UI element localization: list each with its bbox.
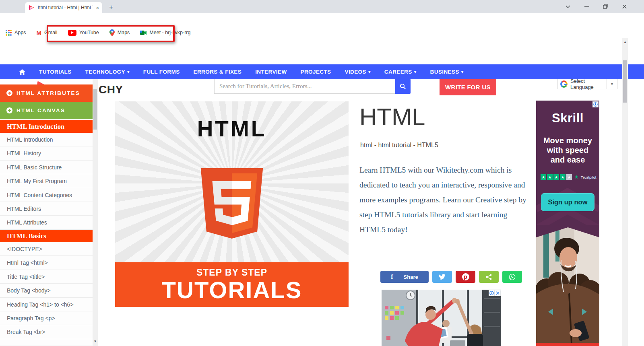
nav-interview[interactable]: INTERVIEW (248, 64, 293, 79)
trustpilot-star-icon: ★ (560, 174, 566, 180)
window-close-icon[interactable] (618, 2, 630, 11)
chevron-down-icon: ▾ (414, 64, 417, 79)
pinterest-icon: p (462, 273, 469, 280)
sidebar-item[interactable]: HTML Editors (0, 202, 93, 216)
nav-label: PROJECTS (301, 64, 331, 79)
share-nodes-icon (486, 274, 492, 280)
nav-label: VIDEOS (345, 64, 366, 79)
svg-text:W: W (30, 6, 33, 10)
trustpilot-rating: ★ ★ ★ ★ ★ ★ Trustpilot (541, 174, 596, 180)
gmail-icon: M (37, 29, 42, 36)
chevron-down-icon: ▾ (127, 64, 130, 79)
google-translate-icon (560, 80, 568, 88)
ad-info-icon[interactable] (489, 290, 495, 296)
nav-home[interactable] (12, 69, 32, 75)
office-highfive-ad-image (382, 290, 501, 346)
sidebar-scrollbar-thumb[interactable] (93, 89, 97, 130)
apps-grid-icon (6, 30, 12, 36)
sidebar-item[interactable]: HTML My First Program (0, 174, 93, 188)
sidebar-item[interactable]: Paragraph Tag <p> (0, 311, 93, 325)
language-caret-icon[interactable]: ▼ (607, 79, 617, 89)
bookmark-label: YouTube (79, 30, 99, 35)
page-scrollbar-thumb[interactable] (623, 60, 627, 103)
nav-label: TECHNOLOGY (85, 64, 125, 79)
nav-label: TUTORIALS (39, 64, 72, 79)
browser-toolbar: ← → wikitechy.com/step-by-step-html-tuto… (0, 13, 644, 27)
sidebar-item[interactable]: Break Tag <br> (0, 325, 93, 339)
sidebar-scroll-down-icon[interactable]: ▼ (93, 338, 98, 345)
page-scroll-up-icon[interactable]: ▲ (622, 39, 628, 45)
main-navigation: TUTORIALS TECHNOLOGY▾ FULL FORMS ERRORS … (0, 64, 644, 79)
nav-technology[interactable]: TECHNOLOGY▾ (78, 64, 136, 79)
trustpilot-star-icon: ★ (566, 174, 572, 180)
language-label: Select Language (570, 78, 607, 90)
bookmark-label: Apps (14, 30, 26, 35)
write-for-us-button[interactable]: WRITE FOR US (440, 78, 496, 95)
chevron-down-icon: ▾ (461, 64, 464, 79)
sidebar-section-html-introduction[interactable]: HTML Introduction (0, 120, 93, 133)
sidebar-button-label: HTML ATTRIBUTES (17, 90, 80, 96)
browser-tab[interactable]: W html tutorial - Html | Html Tutori × (25, 2, 102, 13)
arrow-circle-icon (6, 107, 12, 113)
bookmark-gmail[interactable]: M Gmail (37, 29, 58, 36)
sidebar-section-html-basics[interactable]: HTML Basics (0, 230, 93, 242)
bookmark-apps[interactable]: Apps (6, 30, 26, 36)
sidebar-item[interactable]: HTML Introduction (0, 133, 93, 146)
search-input[interactable] (214, 79, 395, 94)
facebook-share-button[interactable]: f Share (380, 271, 429, 283)
ad-close-icon[interactable] (495, 290, 501, 296)
sidebar-item[interactable]: HTML Content Categories (0, 188, 93, 202)
nav-projects[interactable]: PROJECTS (294, 64, 338, 79)
meet-icon (140, 30, 147, 35)
skrill-ad[interactable]: Skrill Move money with speed and ease ★ … (536, 101, 599, 346)
bookmark-meet[interactable]: Meet - brj-kvkp-rrg (140, 30, 190, 35)
trustpilot-star-icon: ★ (553, 174, 559, 180)
bookmark-youtube[interactable]: YouTube (68, 30, 99, 36)
intro-paragraph: Learn HTML5 with our Wikitechy.com which… (359, 163, 528, 237)
nav-label: BUSINESS (430, 64, 459, 79)
youtube-icon (68, 30, 76, 36)
nav-label: INTERVIEW (255, 64, 287, 79)
whatsapp-share-button[interactable] (502, 271, 522, 283)
hero-banner-line1: STEP BY STEP (115, 267, 349, 278)
sidebar-item[interactable]: Html Tag <html> (0, 256, 93, 270)
nav-tutorials[interactable]: TUTORIALS (32, 64, 78, 79)
window-restore-icon[interactable] (599, 2, 611, 11)
nav-videos[interactable]: VIDEOS▾ (338, 64, 378, 79)
sidebar-item[interactable]: Title Tag <title> (0, 270, 93, 284)
sidebar-item[interactable]: Heading Tag <h1> to <h6> (0, 298, 93, 311)
hero-html-word: HTML (115, 116, 349, 142)
nav-full-forms[interactable]: FULL FORMS (136, 64, 187, 79)
skrill-brand: Skrill (536, 111, 599, 126)
search-button[interactable] (395, 79, 411, 94)
sidebar-item[interactable]: Body Tag <body> (0, 284, 93, 297)
skrill-headline-1: Move money (536, 136, 599, 145)
pinterest-share-button[interactable]: p (456, 271, 475, 283)
language-select[interactable]: Select Language ▼ (557, 78, 617, 89)
nav-business[interactable]: BUSINESS▾ (423, 64, 471, 79)
twitter-share-button[interactable] (432, 271, 452, 283)
skrill-signup-button[interactable]: Sign up now (541, 193, 594, 211)
sidebar-button-html-attributes[interactable]: HTML ATTRIBUTES (0, 84, 93, 102)
tab-close-icon[interactable]: × (96, 5, 99, 11)
nav-errors-fixes[interactable]: ERRORS & FIXES (187, 64, 249, 79)
sharethis-button[interactable] (479, 271, 499, 283)
share-buttons: f Share p (380, 271, 522, 283)
ad-info-icon[interactable] (592, 101, 599, 107)
nav-careers[interactable]: CAREERS▾ (378, 64, 423, 79)
tab-title: html tutorial - Html | Html Tutori (38, 5, 93, 10)
bookmark-maps[interactable]: Maps (109, 29, 130, 36)
new-tab-button[interactable]: + (106, 3, 116, 12)
site-search (214, 79, 411, 94)
sidebar-item[interactable]: HTML History (0, 146, 93, 160)
sidebar-item[interactable]: HTML Attributes (0, 216, 93, 229)
bottom-ad-banner[interactable] (382, 290, 501, 346)
window-menu-chevron-icon[interactable] (562, 2, 574, 11)
window-minimize-icon[interactable] (581, 2, 593, 11)
chevron-down-icon: ▾ (368, 64, 371, 79)
maps-pin-icon (109, 29, 115, 36)
sidebar-button-html-canvas[interactable]: HTML CANVAS (0, 102, 93, 119)
sidebar-item[interactable]: HTML Basic Structure (0, 161, 93, 174)
sidebar-item[interactable]: <!DOCTYPE> (0, 242, 93, 256)
nav-label: CAREERS (384, 64, 412, 79)
